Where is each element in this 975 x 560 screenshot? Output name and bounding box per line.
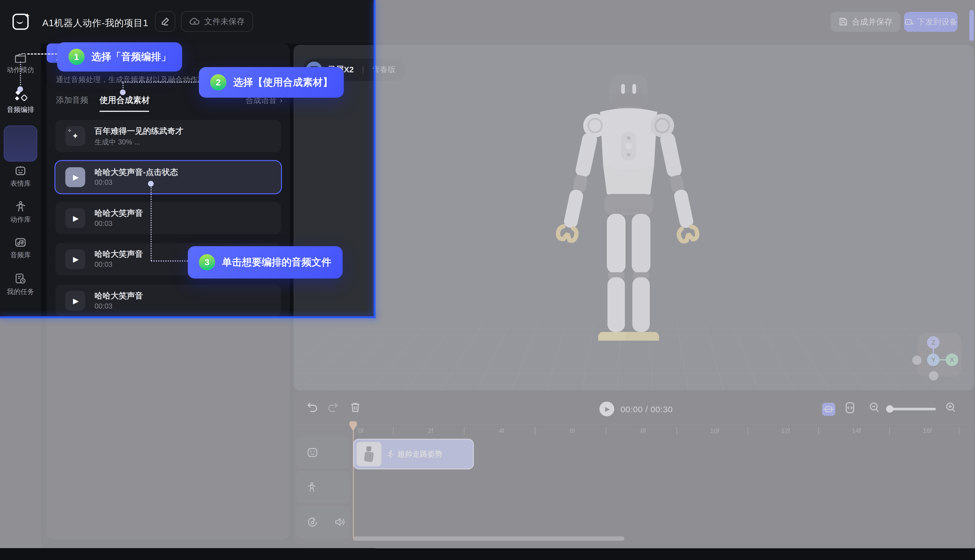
cloud-icon xyxy=(189,17,200,26)
tutorial-step-1: 1 选择「音频编排」 xyxy=(57,42,182,72)
music-box-icon xyxy=(0,237,41,248)
audio-item-title: 哈哈大笑声音 xyxy=(95,290,143,301)
connector-step2 xyxy=(122,82,199,83)
spotlight-border xyxy=(0,317,376,318)
connector-step2 xyxy=(122,83,124,88)
play-button[interactable]: ▶ xyxy=(65,249,85,269)
app-window: ✦ A1机器人动作-我的项目1 文件未保存 合成并保存 下发到设备 xyxy=(0,0,975,548)
audio-item-selected[interactable]: ▶ 哈哈大笑声音-点击状态 00:03 xyxy=(55,161,281,193)
audio-item-status: 生成中 30% ... xyxy=(95,137,140,147)
diamonds-icon xyxy=(0,90,41,103)
connector-step3 xyxy=(150,185,152,261)
audio-item-title: 哈哈大笑声音 xyxy=(95,248,143,260)
person-icon xyxy=(0,201,41,213)
pencil-icon xyxy=(160,17,170,26)
audio-item-duration: 00:03 xyxy=(95,178,112,187)
connector-dot xyxy=(120,90,125,95)
play-button[interactable]: ▶ xyxy=(65,208,85,228)
robot-face-icon xyxy=(0,165,41,177)
audio-item[interactable]: ▶ 哈哈大笑声音 00:03 xyxy=(55,202,281,234)
active-tab-underline xyxy=(99,111,149,112)
audio-item-title: 哈哈大笑声音-点击状态 xyxy=(95,167,178,178)
project-title: A1机器人动作-我的项目1 xyxy=(42,17,149,29)
audio-item[interactable]: ▶ 哈哈大笑声音 00:03 xyxy=(55,285,281,317)
step-number-badge: 2 xyxy=(210,74,226,90)
file-unsaved-label: 文件未保存 xyxy=(204,16,245,27)
connector-step1 xyxy=(27,53,57,55)
audio-item-duration: 00:03 xyxy=(95,260,112,268)
tutorial-step-3: 3 单击想要编排的音频文件 xyxy=(188,246,342,278)
tutorial-dim-overlay xyxy=(0,317,376,548)
tab-use-synth-material[interactable]: 使用合成素材 xyxy=(99,95,150,106)
task-clock-icon xyxy=(0,273,41,285)
tab-add-audio[interactable]: 添加音频 xyxy=(56,95,88,105)
connector-step3 xyxy=(151,260,188,262)
audio-item-duration: 00:03 xyxy=(95,302,112,310)
connector-dot xyxy=(17,87,23,92)
spotlight-border xyxy=(374,0,376,318)
step-number-badge: 3 xyxy=(199,254,215,270)
step-number-badge: 1 xyxy=(68,49,85,65)
audio-item-duration: 00:03 xyxy=(95,220,112,228)
sidebar-active-highlight xyxy=(4,125,37,162)
file-unsaved-button[interactable]: 文件未保存 xyxy=(181,11,253,32)
audio-item-generating[interactable]: ✧✦ 百年难得一见的练武奇才 生成中 30% ... xyxy=(55,120,281,152)
audio-item-title: 百年难得一见的练武奇才 xyxy=(95,125,184,137)
sidebar-item-motion-library[interactable]: 动作库 xyxy=(0,201,41,224)
sidebar-item-audio-arrange[interactable]: 音频编排 xyxy=(0,90,41,114)
tutorial-dim-overlay xyxy=(376,0,975,548)
app-logo-icon: ✦ xyxy=(12,13,28,30)
audio-item-title: 哈哈大笑声音 xyxy=(95,208,143,218)
play-button[interactable]: ▶ xyxy=(65,291,85,311)
sidebar-item-expression-library[interactable]: 表情库 xyxy=(0,165,41,188)
connector-step1 xyxy=(20,62,21,85)
sidebar-item-audio-library[interactable]: 音频库 xyxy=(0,237,41,260)
play-button[interactable]: ▶ xyxy=(65,167,85,187)
rename-project-button[interactable] xyxy=(155,11,175,32)
sparkle-icon: ✧✦ xyxy=(65,126,85,146)
connector-dot xyxy=(148,181,154,187)
sidebar-item-my-tasks[interactable]: 我的任务 xyxy=(0,273,41,296)
tutorial-step-2: 2 选择【使用合成素材】 xyxy=(199,67,344,97)
